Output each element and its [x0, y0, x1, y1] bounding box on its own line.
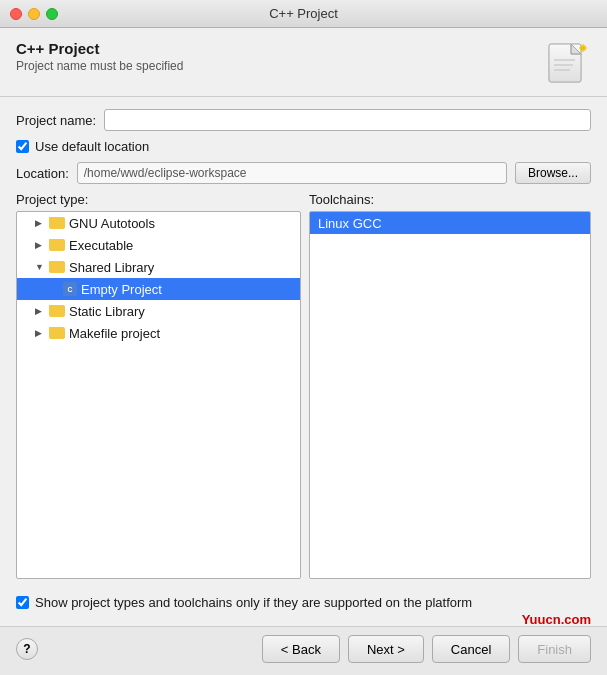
use-default-location-label: Use default location	[35, 139, 149, 154]
panels-container: Project type: ▶ GNU Autotools ▶ Executab…	[16, 192, 591, 579]
title-bar: C++ Project	[0, 0, 607, 28]
tree-item-executable[interactable]: ▶ Executable	[17, 234, 300, 256]
project-type-panel: Project type: ▶ GNU Autotools ▶ Executab…	[16, 192, 301, 579]
folder-icon-executable	[49, 239, 65, 251]
footer-left: ?	[16, 638, 38, 660]
header-icon	[545, 40, 591, 86]
project-type-label: Project type:	[16, 192, 301, 207]
tree-item-shared-library[interactable]: ▼ Shared Library	[17, 256, 300, 278]
toolchains-label: Toolchains:	[309, 192, 591, 207]
finish-button[interactable]: Finish	[518, 635, 591, 663]
use-default-location-row: Use default location	[16, 139, 591, 154]
minimize-button[interactable]	[28, 8, 40, 20]
tree-label-makefile-project: Makefile project	[69, 326, 160, 341]
dialog-title: C++ Project	[16, 40, 183, 57]
toolchains-panel: Toolchains: Linux GCC	[309, 192, 591, 579]
location-input[interactable]	[77, 162, 507, 184]
platform-checkbox[interactable]	[16, 596, 29, 609]
list-item-linux-gcc[interactable]: Linux GCC	[310, 212, 590, 234]
toolchain-label-linux-gcc: Linux GCC	[318, 216, 382, 231]
arrow-shared-library: ▼	[35, 262, 49, 272]
arrow-makefile-project: ▶	[35, 328, 49, 338]
dialog-header: C++ Project Project name must be specifi…	[0, 28, 607, 97]
arrow-executable: ▶	[35, 240, 49, 250]
project-type-tree[interactable]: ▶ GNU Autotools ▶ Executable ▼ Sh	[16, 211, 301, 579]
tree-label-static-library: Static Library	[69, 304, 145, 319]
project-name-input[interactable]	[104, 109, 591, 131]
tree-label-gnu-autotools: GNU Autotools	[69, 216, 155, 231]
arrow-static-library: ▶	[35, 306, 49, 316]
close-button[interactable]	[10, 8, 22, 20]
header-text: C++ Project Project name must be specifi…	[16, 40, 183, 73]
folder-icon-shared-library	[49, 261, 65, 273]
next-button[interactable]: Next >	[348, 635, 424, 663]
tree-label-empty-project: Empty Project	[81, 282, 162, 297]
location-label: Location:	[16, 166, 69, 181]
tree-item-makefile-project[interactable]: ▶ Makefile project	[17, 322, 300, 344]
platform-checkbox-row: Show project types and toolchains only i…	[16, 587, 591, 614]
dialog-footer: ? < Back Next > Cancel Finish	[0, 626, 607, 675]
help-button[interactable]: ?	[16, 638, 38, 660]
project-name-row: Project name:	[16, 109, 591, 131]
tree-item-static-library[interactable]: ▶ Static Library	[17, 300, 300, 322]
folder-icon-static-library	[49, 305, 65, 317]
traffic-lights	[10, 8, 58, 20]
toolchains-list[interactable]: Linux GCC	[309, 211, 591, 579]
dialog-content: Project name: Use default location Locat…	[0, 97, 607, 626]
window-title: C++ Project	[269, 6, 338, 21]
location-row: Location: Browse...	[16, 162, 591, 184]
tree-label-shared-library: Shared Library	[69, 260, 154, 275]
tree-label-executable: Executable	[69, 238, 133, 253]
tree-item-gnu-autotools[interactable]: ▶ GNU Autotools	[17, 212, 300, 234]
folder-icon-makefile	[49, 327, 65, 339]
back-button[interactable]: < Back	[262, 635, 340, 663]
cancel-button[interactable]: Cancel	[432, 635, 510, 663]
maximize-button[interactable]	[46, 8, 58, 20]
browse-button[interactable]: Browse...	[515, 162, 591, 184]
folder-icon-gnu	[49, 217, 65, 229]
arrow-gnu: ▶	[35, 218, 49, 228]
platform-checkbox-label: Show project types and toolchains only i…	[35, 595, 472, 610]
footer-buttons: < Back Next > Cancel Finish	[262, 635, 591, 663]
project-name-label: Project name:	[16, 113, 96, 128]
cpp-icon-empty-project: C	[63, 282, 77, 296]
watermark: Yuucn.com	[522, 612, 591, 627]
dialog-subtitle: Project name must be specified	[16, 59, 183, 73]
dialog: C++ Project Project name must be specifi…	[0, 28, 607, 675]
use-default-location-checkbox[interactable]	[16, 140, 29, 153]
tree-item-empty-project[interactable]: ▶ C Empty Project	[17, 278, 300, 300]
